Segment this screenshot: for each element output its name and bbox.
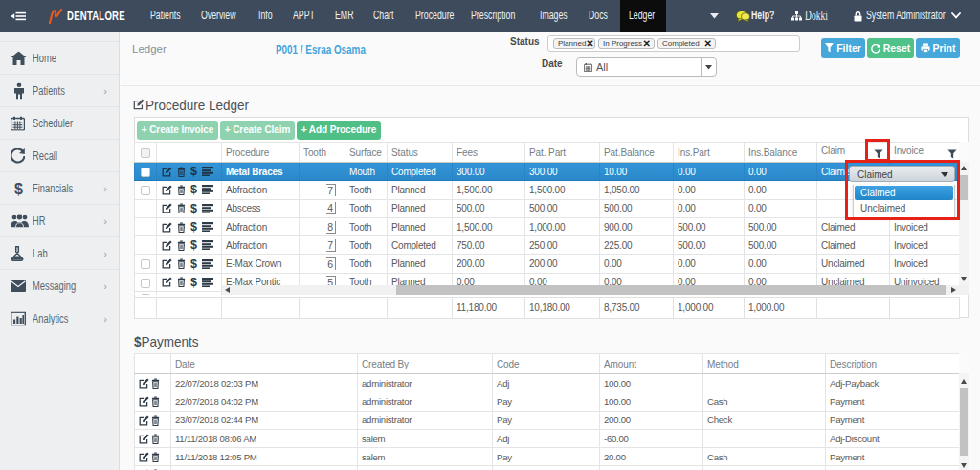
svg-text:$: $	[14, 180, 23, 196]
